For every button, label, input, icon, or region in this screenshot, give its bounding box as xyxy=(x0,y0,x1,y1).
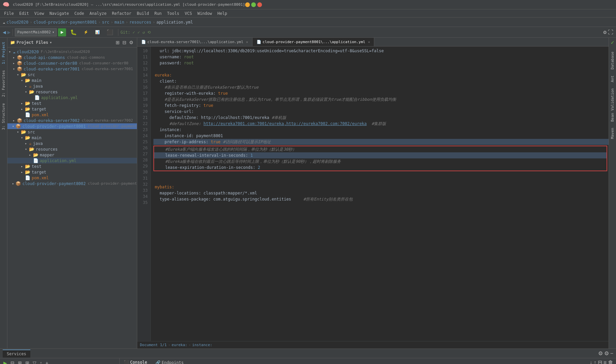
tree-item-target-8001[interactable]: ▸ 📂 target xyxy=(7,169,137,175)
tab-favorites[interactable]: 2: Favorites xyxy=(0,67,7,99)
tree-item-resources-8001[interactable]: ▾ 📂 resources xyxy=(7,146,137,152)
tree-item-pom-8001[interactable]: ▸ 📄 pom.xml xyxy=(7,175,137,181)
breadcrumb-project[interactable]: cloud2020 xyxy=(6,20,28,25)
tree-item-payment8002[interactable]: ▸ 📦 cloud-provider-payment8002 cloud-pro… xyxy=(7,181,137,186)
tree-item-cloud-consumer-order80[interactable]: ▸ 📦 cloud-consumer-order80 cloud-consume… xyxy=(7,60,137,66)
menu-edit[interactable]: Edit xyxy=(17,10,32,17)
breadcrumb-file[interactable]: application.yml xyxy=(156,20,193,25)
tree-item-src-7001[interactable]: ▾ 📂 src xyxy=(7,72,137,78)
tree-item-test-8001[interactable]: ▸ 📂 test xyxy=(7,163,137,169)
collapse-all-button[interactable]: ⊞ xyxy=(115,39,120,46)
services-filter-button[interactable]: ⊞ xyxy=(24,360,31,364)
breadcrumb-main[interactable]: main xyxy=(115,20,124,25)
clear-logs-button[interactable]: 🗑 xyxy=(608,359,613,364)
menu-file[interactable]: File xyxy=(1,10,17,17)
menu-help[interactable]: Help xyxy=(215,10,230,17)
editor-area: 📄 cloud-eureka-server7001\...\applicatio… xyxy=(137,38,609,348)
tree-item-eureka7001[interactable]: ▾ 📦 cloud-eureka-server7001 cloud-eureka… xyxy=(7,66,137,72)
run-button[interactable]: ▶ xyxy=(58,28,66,36)
breadcrumb-src[interactable]: src xyxy=(102,20,110,25)
services-collapse-button[interactable]: ⊟ xyxy=(9,360,16,364)
services-tab[interactable]: Services xyxy=(3,350,30,358)
menu-code[interactable]: Code xyxy=(72,10,87,17)
panel-config-button[interactable]: ⚙ xyxy=(604,350,609,357)
breadcrumb-module[interactable]: cloud-provider-payment8001 xyxy=(34,20,97,25)
tree-item-main-7001[interactable]: ▾ 📂 main xyxy=(7,78,137,83)
tab-maven[interactable]: Maven xyxy=(609,125,616,142)
menu-analyze[interactable]: Analyze xyxy=(87,10,109,17)
settings-sidebar-button[interactable]: ⚙ xyxy=(128,39,134,46)
services-add-button[interactable]: + xyxy=(44,360,50,364)
tree-item-resources-7001[interactable]: ▾ 📂 resources xyxy=(7,89,137,95)
code-editor[interactable]: url: jdbc:mysql://localhost:3306/db2019:… xyxy=(151,47,609,341)
back-icon[interactable]: ◀ xyxy=(3,29,6,35)
panel-settings-button[interactable]: ⚙ xyxy=(598,350,603,357)
menu-navigate[interactable]: Navigate xyxy=(47,10,72,17)
tree-item-eureka7002[interactable]: ▸ 📦 cloud-eureka-server7002 cloud-eureka… xyxy=(7,118,137,123)
editor-tab-2[interactable]: 📄 cloud-provider-payment8001\...\applica… xyxy=(253,38,375,46)
bc-instance[interactable]: instance: xyxy=(192,343,212,347)
console-tab[interactable]: ⬛ Console xyxy=(120,358,151,364)
tab-database[interactable]: Database xyxy=(609,49,616,72)
tab-close-2[interactable]: ✕ xyxy=(368,40,370,44)
target-folder-icon: 📂 xyxy=(25,107,30,112)
code-line-15: client: xyxy=(153,78,609,84)
menu-vcs[interactable]: VCS xyxy=(182,10,195,17)
tree-item-mapper[interactable]: ▸ 📂 mapper xyxy=(7,152,137,158)
scroll-up-button[interactable]: ↑ xyxy=(594,359,596,364)
endpoints-tab[interactable]: 🔗 Endpoints xyxy=(151,358,188,364)
menu-tools[interactable]: Tools xyxy=(165,10,182,17)
tab-structure[interactable]: 3: Structure xyxy=(0,100,7,132)
tree-item-java-8001[interactable]: ▸ ☕ java xyxy=(7,141,137,146)
wrap-lines-button[interactable]: ≡ xyxy=(604,359,607,364)
tree-item-payment8001[interactable]: ▾ 📦 cloud-provider-payment8001 cloud-pro… xyxy=(7,123,137,129)
tree-item-cloud2020[interactable]: ▾ ☁ cloud2020 F:\JetBrains\cloud2020 xyxy=(7,49,137,55)
minimize-button[interactable] xyxy=(245,2,250,7)
tree-item-main-8001[interactable]: ▾ 📂 main xyxy=(7,135,137,141)
settings-icon[interactable]: ⚙ xyxy=(603,29,607,35)
services-filter2-button[interactable]: ▽ xyxy=(31,360,38,364)
tree-item-src-8001[interactable]: ▾ 📂 src xyxy=(7,129,137,135)
tab-bean-validation[interactable]: Bean Validation xyxy=(609,86,616,124)
debug-button[interactable]: 🐛 xyxy=(67,28,80,36)
scroll-to-source-button[interactable]: ⊟ xyxy=(122,39,127,46)
tab-project[interactable]: 1: Project xyxy=(0,39,7,67)
tree-item-appyml-8001[interactable]: ▸ 📄 application.yml xyxy=(7,158,137,163)
breadcrumb-resources[interactable]: resources xyxy=(129,20,151,25)
coverage-button[interactable]: ⚡ xyxy=(81,28,91,36)
menu-run[interactable]: Run xyxy=(152,10,165,17)
close-button[interactable] xyxy=(257,2,262,7)
editor-tab-1[interactable]: 📄 cloud-eureka-server7001\...\applicatio… xyxy=(137,38,253,46)
stop-button[interactable]: ⬛ xyxy=(104,28,116,36)
scroll-to-end-button[interactable]: ↓ xyxy=(590,359,592,364)
title-bar-text: cloud2020 [F:\JetBrains\cloud2020] – ...… xyxy=(13,2,245,7)
filter-logs-button[interactable]: ⊟ xyxy=(598,359,602,364)
menu-refactor[interactable]: Refactor xyxy=(109,10,134,17)
tab-ant[interactable]: Ant xyxy=(609,73,616,85)
forward-icon[interactable]: ▶ xyxy=(7,29,11,35)
expand-icon[interactable]: ⛶ xyxy=(608,29,613,35)
bottom-panel: Services ⚙ ⚙ − ▶ ⊟ ⊞ ⊞ ▽ ↕ + xyxy=(0,348,616,364)
panel-close-button[interactable]: − xyxy=(610,350,613,357)
tree-item-pom-7001[interactable]: ▸ 📄 pom.xml xyxy=(7,112,137,118)
tree-item-cloud-api-commons[interactable]: ▸ 📦 cloud-api-commons cloud-api-commons xyxy=(7,55,137,60)
tree-item-target-7001[interactable]: ▸ 📂 target xyxy=(7,106,137,112)
tab-close-1[interactable]: ✕ xyxy=(246,40,248,44)
services-expand-button[interactable]: ⊞ xyxy=(17,360,23,364)
tree-item-test-7001[interactable]: ▸ 📂 test xyxy=(7,100,137,106)
menu-view[interactable]: View xyxy=(32,10,47,17)
code-line-30 xyxy=(153,172,609,178)
config-dropdown[interactable]: PaymentMain8002 ▾ xyxy=(15,28,57,36)
profile-button[interactable]: 📊 xyxy=(92,28,102,36)
bc-eureka[interactable]: eureka: xyxy=(172,343,187,347)
services-run-button[interactable]: ▶ xyxy=(2,360,8,364)
code-line-12: password: root xyxy=(153,60,609,66)
dropdown-chevron-icon[interactable]: ▾ xyxy=(50,40,52,45)
tree-item-appyml-7001[interactable]: ▸ 📄 application.yml xyxy=(7,95,137,100)
services-sort-button[interactable]: ↕ xyxy=(38,360,43,364)
menu-build[interactable]: Build xyxy=(134,10,152,17)
tree-item-java-7001[interactable]: ▸ ☕ java xyxy=(7,83,137,89)
module-icon-2: 📦 xyxy=(17,61,22,66)
maximize-button[interactable] xyxy=(251,2,256,7)
menu-window[interactable]: Window xyxy=(195,10,214,17)
